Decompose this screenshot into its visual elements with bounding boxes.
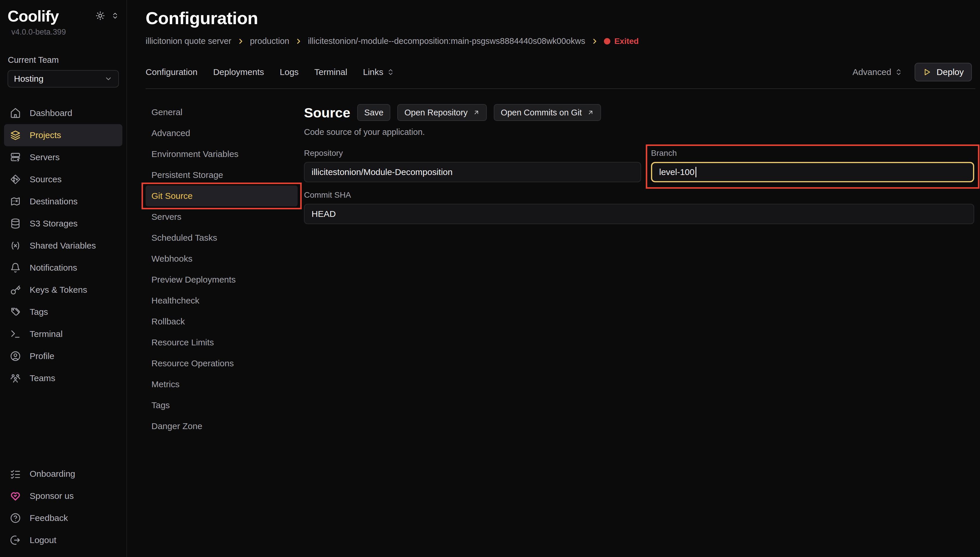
tabs: Configuration Deployments Logs Terminal … <box>146 67 394 77</box>
sidebar-item-label: Sponsor us <box>30 491 74 501</box>
sidebar-item-onboarding[interactable]: Onboarding <box>4 463 122 485</box>
sidebar-item-label: Sources <box>30 174 62 184</box>
breadcrumb-resource[interactable]: illicitestonion/-module--decomposition:m… <box>308 36 585 46</box>
subnav-item-git-source[interactable]: Git Source <box>146 186 297 207</box>
source-panel: Source Save Open Repository Open Commits… <box>304 102 975 436</box>
sidebar-item-label: Teams <box>30 373 55 383</box>
user-circle-icon <box>10 350 21 362</box>
sidebar-item-sponsor-us[interactable]: Sponsor us <box>4 485 122 507</box>
tab-links[interactable]: Links <box>363 67 394 77</box>
home-icon <box>10 107 21 119</box>
sidebar-item-notifications[interactable]: Notifications <box>4 257 122 279</box>
logout-icon <box>10 534 21 546</box>
sidebar-item-label: Projects <box>30 130 61 140</box>
map-icon <box>10 196 21 207</box>
sidebar-item-tags[interactable]: Tags <box>4 301 122 323</box>
chevron-right-icon <box>591 38 598 45</box>
subnav-item-danger-zone[interactable]: Danger Zone <box>146 416 297 436</box>
subnav-item-persistent-storage[interactable]: Persistent Storage <box>146 164 297 186</box>
sidebar-item-keys-tokens[interactable]: Keys & Tokens <box>4 279 122 301</box>
sidebar-item-sources[interactable]: Sources <box>4 168 122 191</box>
subnav-item-metrics[interactable]: Metrics <box>146 374 297 395</box>
sidebar-item-teams[interactable]: Teams <box>4 367 122 389</box>
tabs-row: Configuration Deployments Logs Terminal … <box>146 63 975 81</box>
team-select-value: Hosting <box>14 74 44 84</box>
subnav-item-rollback[interactable]: Rollback <box>146 311 297 332</box>
database-icon <box>10 218 21 229</box>
commit-sha-input[interactable]: HEAD <box>304 204 974 224</box>
section-title: Source <box>304 105 350 121</box>
open-commits-button[interactable]: Open Commits on Git <box>494 104 601 121</box>
branch-value: level-100 <box>659 167 695 177</box>
commit-sha-field-group: Commit SHA HEAD <box>304 191 974 224</box>
sidebar-item-profile[interactable]: Profile <box>4 345 122 367</box>
chevron-down-icon <box>104 75 112 83</box>
subnav-item-environment-variables[interactable]: Environment Variables <box>146 143 297 164</box>
repository-label: Repository <box>304 148 641 158</box>
app-version: v4.0.0-beta.399 <box>8 28 66 37</box>
sidebar-item-s3-storages[interactable]: S3 Storages <box>4 212 122 235</box>
sidebar-nav: Dashboard Projects Servers Sources Desti… <box>4 102 122 389</box>
sidebar-item-label: Destinations <box>30 197 78 207</box>
sidebar-item-label: Feedback <box>30 513 68 523</box>
key-icon <box>10 284 21 295</box>
advanced-menu[interactable]: Advanced <box>852 67 902 77</box>
chevron-right-icon <box>237 38 244 45</box>
sidebar-item-label: Notifications <box>30 263 77 273</box>
deploy-button[interactable]: Deploy <box>915 63 972 81</box>
terminal-icon <box>10 329 21 340</box>
status-badge: Exited <box>604 37 639 46</box>
git-source-icon <box>10 174 21 185</box>
sidebar-item-logout[interactable]: Logout <box>4 529 122 551</box>
repository-input[interactable]: illicitestonion/Module-Decomposition <box>304 162 641 182</box>
subnav-item-preview-deployments[interactable]: Preview Deployments <box>146 269 297 290</box>
breadcrumb-environment[interactable]: production <box>250 36 289 46</box>
subnav-item-resource-limits[interactable]: Resource Limits <box>146 332 297 353</box>
sidebar-item-label: Dashboard <box>30 108 72 118</box>
subnav-item-servers[interactable]: Servers <box>146 207 297 227</box>
commit-sha-label: Commit SHA <box>304 191 974 200</box>
sidebar-item-servers[interactable]: Servers <box>4 146 122 168</box>
sidebar-item-shared-variables[interactable]: Shared Variables <box>4 235 122 257</box>
save-button[interactable]: Save <box>357 104 390 121</box>
subnav-item-webhooks[interactable]: Webhooks <box>146 248 297 269</box>
subnav-item-resource-operations[interactable]: Resource Operations <box>146 353 297 374</box>
sidebar-item-terminal[interactable]: Terminal <box>4 323 122 345</box>
chevrons-up-down-icon[interactable] <box>111 12 119 20</box>
commit-sha-value: HEAD <box>312 209 336 219</box>
subnav-item-healthcheck[interactable]: Healthcheck <box>146 290 297 311</box>
page-title: Configuration <box>146 8 975 28</box>
breadcrumb: illicitonion quote server production ill… <box>146 36 975 46</box>
repository-field-group: Repository illicitestonion/Module-Decomp… <box>304 148 641 182</box>
tab-logs[interactable]: Logs <box>280 67 299 77</box>
heart-icon <box>10 490 21 502</box>
section-description: Code source of your application. <box>304 127 974 137</box>
branch-input[interactable]: level-100 <box>651 162 974 182</box>
sidebar-item-destinations[interactable]: Destinations <box>4 191 122 212</box>
open-commits-label: Open Commits on Git <box>501 108 582 117</box>
subnav-item-tags[interactable]: Tags <box>146 395 297 416</box>
sidebar-item-feedback[interactable]: Feedback <box>4 507 122 529</box>
sidebar-item-projects[interactable]: Projects <box>4 124 122 146</box>
tab-deployments[interactable]: Deployments <box>213 67 264 77</box>
breadcrumb-project[interactable]: illicitonion quote server <box>146 36 231 46</box>
tab-terminal[interactable]: Terminal <box>314 67 347 77</box>
open-repository-button[interactable]: Open Repository <box>397 104 487 121</box>
subnav-item-advanced[interactable]: Advanced <box>146 123 297 143</box>
tab-configuration[interactable]: Configuration <box>146 67 197 77</box>
sidebar-item-dashboard[interactable]: Dashboard <box>4 102 122 124</box>
sidebar-header: Coolify v4.0.0-beta.399 <box>4 8 122 37</box>
subnav-item-scheduled-tasks[interactable]: Scheduled Tasks <box>146 227 297 248</box>
subnav-item-general[interactable]: General <box>146 102 297 123</box>
help-circle-icon <box>10 513 21 524</box>
tags-icon <box>10 306 21 318</box>
branch-field-group: Branch level-100 <box>651 148 974 182</box>
sidebar-spacer <box>4 389 122 463</box>
open-repository-label: Open Repository <box>404 108 468 117</box>
sidebar-item-label: Servers <box>30 152 60 162</box>
sidebar-item-label: Shared Variables <box>30 241 96 251</box>
sidebar: Coolify v4.0.0-beta.399 Current Team Hos… <box>0 0 127 557</box>
sun-icon[interactable] <box>96 11 105 20</box>
team-select[interactable]: Hosting <box>8 70 119 88</box>
repository-value: illicitestonion/Module-Decomposition <box>312 167 452 177</box>
